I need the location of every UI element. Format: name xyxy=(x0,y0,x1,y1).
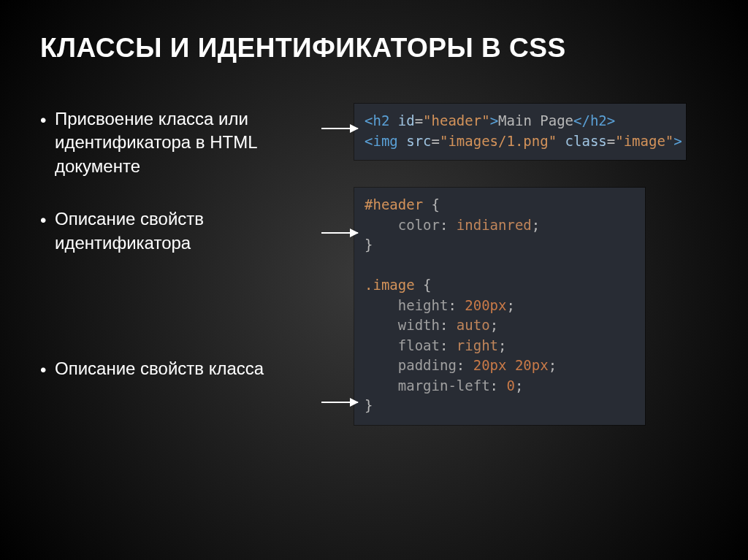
bullet-dot-icon: • xyxy=(40,207,55,232)
arrow-icon xyxy=(321,128,358,129)
code-prop: color xyxy=(398,217,440,233)
code-attr: id xyxy=(389,112,414,129)
code-prop: width xyxy=(398,317,440,333)
code-val: "images/1.png" xyxy=(440,133,557,149)
code-brace: } xyxy=(365,397,373,413)
bullet-text: Описание свойств идентификатора xyxy=(55,207,318,255)
bullet-list: • Присвоение класса или идентификатора в… xyxy=(40,107,318,402)
code-brace: { xyxy=(423,196,440,212)
code-tag: > xyxy=(673,133,682,149)
code-value: 200px xyxy=(465,297,506,313)
code-tag: > xyxy=(490,112,498,129)
css-code-block: #header { color: indianred; } .image { h… xyxy=(354,188,645,425)
code-text: Main Page xyxy=(498,112,573,129)
code-brace: } xyxy=(365,237,373,253)
code-value: right xyxy=(457,337,498,353)
code-tag: <h2 xyxy=(365,112,389,129)
arrow-icon xyxy=(321,232,358,234)
code-attr: class xyxy=(557,133,607,149)
bullet-item: • Описание свойств класса xyxy=(40,357,318,382)
bullet-item: • Присвоение класса или идентификатора в… xyxy=(40,107,318,178)
arrow-icon xyxy=(321,402,358,403)
code-val: "header" xyxy=(423,112,490,129)
code-selector: #header xyxy=(365,196,423,212)
code-eq: = xyxy=(607,133,615,149)
code-tag: <img xyxy=(365,133,398,149)
code-prop: height xyxy=(398,297,449,313)
code-eq: = xyxy=(415,112,423,129)
code-attr: src xyxy=(398,133,432,149)
code-brace: { xyxy=(415,277,432,293)
code-val: "image" xyxy=(615,133,673,149)
code-value: 20px 20px xyxy=(473,357,549,373)
code-value: auto xyxy=(457,317,490,333)
bullet-text: Присвоение класса или идентификатора в H… xyxy=(55,107,318,178)
code-colon: : xyxy=(440,217,457,233)
html-code-block: <h2 id="header">Main Page</h2> <img src=… xyxy=(354,104,686,160)
code-semi: ; xyxy=(532,217,540,233)
code-prop: margin-left xyxy=(398,377,490,394)
bullet-dot-icon: • xyxy=(40,357,55,382)
code-prop: padding xyxy=(398,357,457,373)
code-value: 0 xyxy=(507,377,515,394)
code-eq: = xyxy=(432,133,440,149)
code-prop: float xyxy=(398,337,440,353)
code-tag: </h2> xyxy=(573,112,615,129)
slide-title: КЛАССЫ И ИДЕНТИФИКАТОРЫ В CSS xyxy=(40,33,708,64)
bullet-dot-icon: • xyxy=(40,107,55,132)
bullet-text: Описание свойств класса xyxy=(55,357,264,380)
code-indent xyxy=(365,217,398,233)
code-selector: .image xyxy=(365,277,415,293)
code-value: indianred xyxy=(457,217,532,233)
bullet-item: • Описание свойств идентификатора xyxy=(40,207,318,255)
